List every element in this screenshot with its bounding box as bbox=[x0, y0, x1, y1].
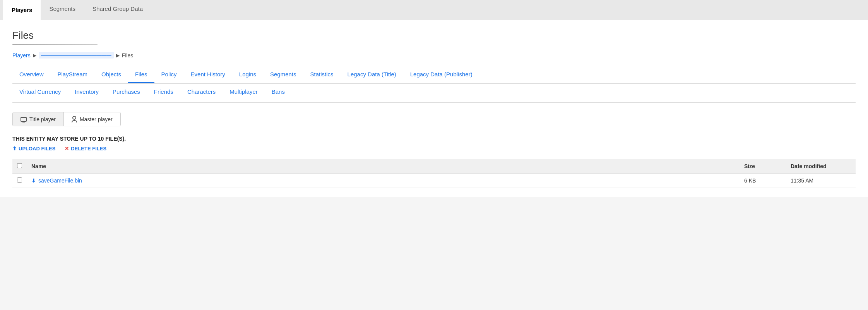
master-player-button[interactable]: Master player bbox=[64, 112, 120, 126]
tab-event-history[interactable]: Event History bbox=[184, 66, 232, 83]
player-type-buttons: Title player Master player bbox=[12, 112, 121, 126]
tab-multiplayer[interactable]: Multiplayer bbox=[223, 84, 265, 101]
tab-virtual-currency[interactable]: Virtual Currency bbox=[12, 84, 68, 101]
tab-files[interactable]: Files bbox=[128, 66, 154, 83]
content-area: Title player Master player THIS ENTITY M… bbox=[0, 103, 868, 197]
upload-icon: ⬆ bbox=[12, 146, 17, 152]
upload-files-label: UPLOAD FILES bbox=[19, 146, 55, 152]
tab-segments[interactable]: Segments bbox=[41, 0, 84, 20]
tab-players[interactable]: Players bbox=[3, 0, 41, 20]
master-player-label: Master player bbox=[80, 116, 113, 122]
file-download-icon: ⬇ bbox=[31, 177, 36, 184]
tab-purchases[interactable]: Purchases bbox=[106, 84, 147, 101]
tab-policy[interactable]: Policy bbox=[154, 66, 184, 83]
tab-inventory[interactable]: Inventory bbox=[68, 84, 106, 101]
breadcrumb-current: Files bbox=[122, 52, 134, 59]
file-name: saveGameFile.bin bbox=[38, 177, 82, 184]
tab-legacy-publisher[interactable]: Legacy Data (Publisher) bbox=[403, 66, 479, 83]
breadcrumb: Players ▶ —————————————— ▶ Files bbox=[12, 52, 856, 59]
action-links: ⬆ UPLOAD FILES ✕ DELETE FILES bbox=[12, 146, 856, 152]
upload-files-link[interactable]: ⬆ UPLOAD FILES bbox=[12, 146, 55, 152]
delete-icon: ✕ bbox=[65, 146, 69, 152]
nav-tabs-row1: Overview PlayStream Objects Files Policy… bbox=[12, 66, 856, 84]
tab-playstream[interactable]: PlayStream bbox=[51, 66, 95, 83]
person-icon bbox=[72, 116, 77, 122]
tab-segments[interactable]: Segments bbox=[263, 66, 303, 83]
delete-files-link[interactable]: ✕ DELETE FILES bbox=[65, 146, 106, 152]
main-content: Files Players ▶ —————————————— ▶ Files O… bbox=[0, 20, 868, 103]
table-header-name: Name bbox=[27, 159, 740, 174]
table-header-row: Name Size Date modified bbox=[12, 159, 856, 174]
table-header-size: Size bbox=[740, 159, 786, 174]
top-tab-bar: Players Segments Shared Group Data bbox=[0, 0, 868, 20]
page-title: Files bbox=[12, 29, 856, 41]
files-table: Name Size Date modified ⬇ saveGameFile.b… bbox=[12, 159, 856, 188]
breadcrumb-arrow: ▶ bbox=[33, 53, 36, 58]
row-size-cell: 6 KB bbox=[740, 174, 786, 188]
tab-overview[interactable]: Overview bbox=[12, 66, 51, 83]
row-name-cell: ⬇ saveGameFile.bin bbox=[27, 174, 740, 188]
tab-logins[interactable]: Logins bbox=[232, 66, 263, 83]
tab-legacy-title[interactable]: Legacy Data (Title) bbox=[341, 66, 403, 83]
row-date-cell: 11:35 AM bbox=[786, 174, 856, 188]
breadcrumb-arrow-2: ▶ bbox=[116, 53, 120, 58]
file-link[interactable]: ⬇ saveGameFile.bin bbox=[31, 177, 735, 184]
table-header-date-modified: Date modified bbox=[786, 159, 856, 174]
delete-files-label: DELETE FILES bbox=[71, 146, 106, 152]
row-checkbox-cell bbox=[12, 174, 27, 188]
monitor-icon bbox=[21, 117, 27, 122]
tab-bans[interactable]: Bans bbox=[265, 84, 292, 101]
tab-shared-group-data[interactable]: Shared Group Data bbox=[84, 0, 151, 20]
entity-storage-info: THIS ENTITY MAY STORE UP TO 10 FILE(S). bbox=[12, 136, 856, 142]
tab-characters[interactable]: Characters bbox=[180, 84, 223, 101]
breadcrumb-players-link[interactable]: Players bbox=[12, 52, 31, 59]
nav-tabs-row2: Virtual Currency Inventory Purchases Fri… bbox=[12, 84, 856, 103]
select-all-checkbox[interactable] bbox=[17, 163, 22, 168]
row-checkbox[interactable] bbox=[17, 177, 22, 183]
table-header-checkbox bbox=[12, 159, 27, 174]
tab-statistics[interactable]: Statistics bbox=[303, 66, 341, 83]
title-player-button[interactable]: Title player bbox=[13, 112, 64, 126]
title-player-label: Title player bbox=[29, 116, 56, 122]
title-underline bbox=[12, 44, 98, 45]
breadcrumb-player-id: —————————————— bbox=[39, 52, 114, 59]
table-row: ⬇ saveGameFile.bin 6 KB 11:35 AM bbox=[12, 174, 856, 188]
tab-friends[interactable]: Friends bbox=[147, 84, 180, 101]
tab-objects[interactable]: Objects bbox=[94, 66, 128, 83]
